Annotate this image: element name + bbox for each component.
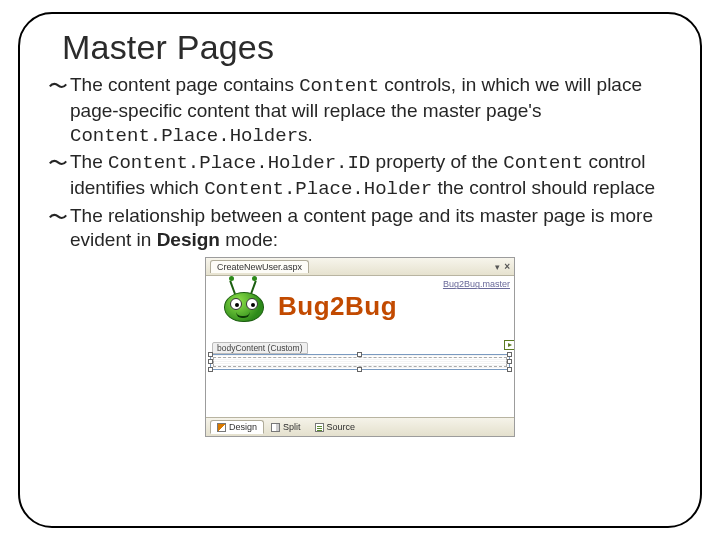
view-mode-strip: Design Split Source: [206, 418, 514, 436]
code-content: Content: [299, 75, 379, 97]
bullet-glyph: 〜: [48, 153, 68, 173]
resize-handle[interactable]: [208, 352, 213, 357]
view-mode-design[interactable]: Design: [210, 420, 264, 434]
logo-text: Bug2Bug: [278, 291, 397, 322]
text: s.: [298, 124, 313, 145]
designer-tabstrip: CreateNewUser.aspx ▾ ×: [206, 258, 514, 276]
file-tab-label: CreateNewUser.aspx: [217, 262, 302, 272]
mode-label: Source: [327, 422, 356, 432]
smart-tag-icon[interactable]: ▸: [504, 340, 514, 350]
content-placeholder-region[interactable]: [210, 354, 510, 370]
resize-handle[interactable]: [507, 359, 512, 364]
resize-handle[interactable]: [357, 352, 362, 357]
file-tab[interactable]: CreateNewUser.aspx: [210, 260, 309, 273]
designer-screenshot: CreateNewUser.aspx ▾ × Bug2Bug.master: [205, 257, 515, 437]
text: mode:: [220, 229, 278, 250]
design-mode-icon: [217, 423, 226, 432]
bold-design: Design: [157, 229, 220, 250]
bullet-glyph: 〜: [48, 76, 68, 96]
view-mode-source[interactable]: Source: [308, 420, 363, 434]
bug-logo-icon: [216, 282, 272, 330]
text: the control should replace: [432, 177, 655, 198]
logo-row: Bug2Bug: [216, 282, 397, 330]
resize-handle[interactable]: [208, 359, 213, 364]
resize-handle[interactable]: [507, 352, 512, 357]
split-mode-icon: [271, 423, 280, 432]
bullet-item: 〜 The relationship between a content pag…: [48, 204, 672, 252]
text: property of the: [370, 151, 503, 172]
bullet-item: 〜 The content page contains Content cont…: [48, 73, 672, 148]
slide-frame: Master Pages 〜 The content page contains…: [18, 12, 702, 528]
bullet-list: 〜 The content page contains Content cont…: [48, 73, 672, 251]
content-placeholder-inner: [213, 357, 507, 367]
tabstrip-right: ▾ ×: [495, 261, 510, 272]
close-icon[interactable]: ×: [504, 261, 510, 272]
source-mode-icon: [315, 423, 324, 432]
resize-handle[interactable]: [357, 367, 362, 372]
text: The content page contains: [70, 74, 299, 95]
code-content: Content: [503, 152, 583, 174]
content-placeholder-tag[interactable]: bodyContent (Custom): [212, 342, 308, 354]
code-id: Content.Place.Holder.ID: [108, 152, 370, 174]
mode-label: Split: [283, 422, 301, 432]
slide-title: Master Pages: [62, 28, 672, 67]
code-contentplaceholder: Content.Place.Holder: [204, 178, 432, 200]
bullet-glyph: 〜: [48, 207, 68, 227]
master-page-link[interactable]: Bug2Bug.master: [443, 279, 510, 289]
design-surface[interactable]: Bug2Bug.master Bug2Bug bodyContent (Cust…: [206, 276, 514, 418]
text: The: [70, 151, 108, 172]
view-mode-split[interactable]: Split: [264, 420, 308, 434]
resize-handle[interactable]: [507, 367, 512, 372]
code-contentplaceholder: Content.Place.Holder: [70, 125, 298, 147]
dropdown-icon[interactable]: ▾: [495, 262, 500, 272]
mode-label: Design: [229, 422, 257, 432]
resize-handle[interactable]: [208, 367, 213, 372]
bullet-item: 〜 The Content.Place.Holder.ID property o…: [48, 150, 672, 202]
